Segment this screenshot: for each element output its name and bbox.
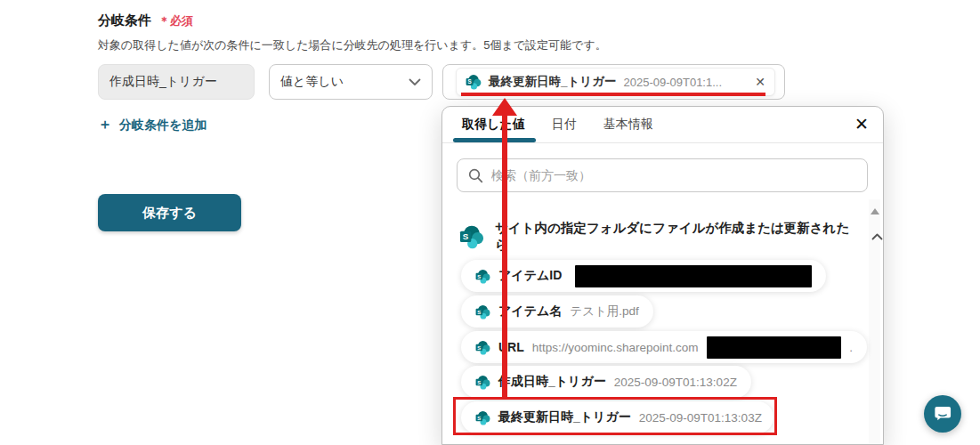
- list-item-item-id[interactable]: S アイテムID: [461, 260, 826, 292]
- sharepoint-icon: S: [475, 269, 490, 284]
- sharepoint-icon: S: [475, 375, 490, 390]
- branch-condition-description: 対象の取得した値が次の条件に一致した場合に分岐先の処理を行います。5個まで設定可…: [98, 37, 607, 53]
- add-branch-condition-button[interactable]: ＋ 分岐条件を追加: [98, 116, 207, 134]
- svg-text:S: S: [477, 273, 481, 279]
- target-value-input[interactable]: [99, 75, 254, 89]
- item-value: 2025-09-09T01:13:02Z: [614, 376, 737, 389]
- required-badge: ＊必須: [158, 14, 193, 28]
- redacted-value: [575, 265, 812, 287]
- list-item-url[interactable]: S URL https://yoominc.sharepoint.com .: [461, 331, 867, 363]
- chip-label: 最終更新日時_トリガー: [489, 74, 616, 90]
- item-label: URL: [498, 340, 524, 354]
- page-title: 分岐条件＊必須: [98, 12, 193, 29]
- sharepoint-icon: S: [459, 224, 484, 249]
- redacted-value: [707, 336, 842, 359]
- item-label: アイテム名: [498, 303, 562, 320]
- item-label: アイテムID: [498, 268, 562, 284]
- item-value: 2025-09-09T01:13:03Z: [639, 411, 762, 425]
- target-value-field[interactable]: [98, 64, 255, 100]
- add-branch-condition-label: 分岐条件を追加: [119, 117, 207, 134]
- scroll-up-icon[interactable]: [871, 208, 879, 214]
- sharepoint-icon: S: [475, 340, 490, 355]
- svg-text:S: S: [477, 344, 481, 350]
- chat-launcher-button[interactable]: [924, 395, 961, 433]
- branch-condition-heading: 分岐条件: [98, 12, 151, 28]
- item-value: https://yoominc.sharepoint.com: [532, 341, 699, 354]
- operator-select[interactable]: 値と等しい: [269, 64, 433, 100]
- trigger-section-header[interactable]: S サイト内の指定フォルダにファイルが作成または更新されたら: [459, 220, 883, 254]
- search-icon: [468, 168, 483, 183]
- item-value: テスト用.pdf: [570, 303, 638, 320]
- sharepoint-icon: S: [466, 74, 482, 90]
- close-icon[interactable]: ✕: [854, 115, 869, 135]
- sharepoint-icon: S: [475, 304, 490, 320]
- chat-bubble-icon: [933, 404, 952, 424]
- sharepoint-icon: S: [475, 410, 490, 425]
- condition-value-field[interactable]: S 最終更新日時_トリガー 2025-09-09T01:1... ✕: [442, 64, 785, 100]
- trigger-section-title: サイト内の指定フォルダにファイルが作成または更新されたら: [495, 220, 861, 254]
- svg-text:S: S: [477, 379, 481, 384]
- list-item-last-updated-at[interactable]: S 最終更新日時_トリガー 2025-09-09T01:13:03Z: [461, 401, 773, 433]
- svg-text:S: S: [477, 309, 481, 314]
- tab-acquired-values[interactable]: 取得した値: [462, 107, 525, 142]
- plus-icon: ＋: [98, 116, 112, 134]
- popup-tabbar: 取得した値 日付 基本情報 ✕: [442, 107, 883, 143]
- tab-basic-info[interactable]: 基本情報: [603, 107, 653, 142]
- chevron-up-icon[interactable]: [871, 233, 883, 240]
- list-item-created-at[interactable]: S 作成日時_トリガー 2025-09-09T01:13:02Z: [461, 366, 751, 398]
- svg-text:S: S: [467, 78, 471, 85]
- item-label: 最終更新日時_トリガー: [498, 409, 631, 425]
- chevron-down-icon: [409, 78, 421, 86]
- item-label: 作成日時_トリガー: [498, 374, 606, 390]
- svg-text:S: S: [463, 231, 469, 241]
- svg-text:S: S: [477, 415, 481, 420]
- item-value-suffix: .: [849, 341, 853, 354]
- selected-value-chip[interactable]: S 最終更新日時_トリガー 2025-09-09T01:1... ✕: [456, 68, 775, 96]
- chip-value: 2025-09-09T01:1...: [623, 76, 722, 89]
- search-input[interactable]: [491, 168, 856, 182]
- operator-select-value: 値と等しい: [280, 74, 344, 90]
- value-picker-popup: 取得した値 日付 基本情報 ✕ S サイト内の指定フォルダにファイルが作成または…: [441, 106, 884, 445]
- search-box[interactable]: [457, 158, 868, 192]
- save-button[interactable]: 保存する: [98, 194, 241, 231]
- chip-remove-icon[interactable]: ✕: [755, 76, 765, 88]
- tab-date[interactable]: 日付: [552, 107, 577, 142]
- list-item-item-name[interactable]: S アイテム名 テスト用.pdf: [461, 295, 653, 328]
